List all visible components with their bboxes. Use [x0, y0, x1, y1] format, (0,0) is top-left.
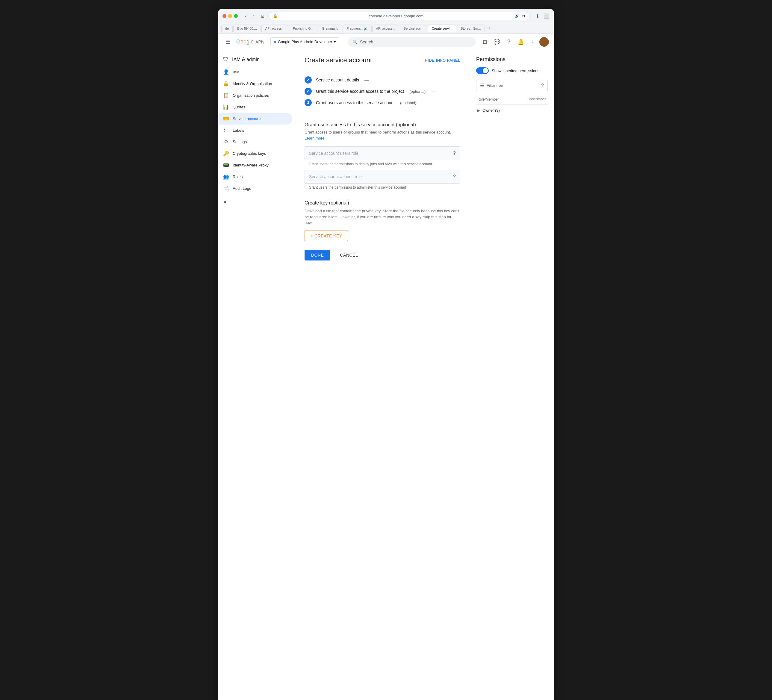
iap-icon: 📟: [223, 162, 229, 168]
done-button[interactable]: DONE: [304, 250, 330, 260]
inherited-permissions-toggle[interactable]: [476, 67, 489, 74]
role-member-label: Role/Member: [478, 97, 499, 101]
sidebar-item-identity[interactable]: 🔒 Identity & Organisation: [218, 78, 292, 90]
sidebar-item-label-audit-logs: Audit Logs: [233, 186, 251, 191]
steps-list: ✓ Service account details — ✓ Grant this…: [304, 76, 460, 106]
service-accounts-icon: 💳: [223, 116, 229, 121]
service-account-admins-role-input[interactable]: [309, 174, 446, 179]
collapse-sidebar-button[interactable]: ◀: [218, 197, 294, 207]
notifications-icon[interactable]: 🔔: [515, 36, 526, 47]
learn-more-link[interactable]: Learn more: [304, 136, 324, 141]
iam-admin-icon: 🛡: [223, 56, 229, 62]
filter-tree-row[interactable]: ☰ ?: [476, 80, 548, 91]
tab-overview-icon[interactable]: ⊡: [259, 13, 266, 20]
service-account-users-role-field[interactable]: ?: [304, 146, 460, 160]
browser-tab-grammarly[interactable]: Grammarly: [318, 25, 342, 32]
browser-tab-api2[interactable]: API access...: [372, 25, 399, 32]
browser-tab-stores[interactable]: Stores - Sm...: [457, 25, 484, 32]
sidebar-item-iap[interactable]: 📟 Identity-Aware Proxy: [218, 159, 292, 171]
sidebar-icon[interactable]: ⬜: [543, 13, 550, 19]
sidebar-title-text: IAM & admin: [232, 57, 260, 62]
browser-tab-create-serv[interactable]: Create servi...: [428, 25, 456, 32]
refresh-icon[interactable]: ↻: [522, 14, 525, 18]
address-bar[interactable]: 🔒 console.developers.google.com 🔊 ↻: [268, 12, 530, 20]
cancel-button[interactable]: CANCEL: [335, 250, 363, 260]
sidebar-item-iam[interactable]: 👤 IAM: [218, 66, 292, 78]
avatar[interactable]: [539, 37, 549, 47]
filter-tree-input[interactable]: [487, 83, 539, 88]
table-header: Role/Member ↑ Inheritance: [476, 95, 548, 105]
admins-role-description: Grant users the permission to administer…: [304, 185, 460, 193]
browser-tab-api1[interactable]: API access...: [262, 25, 288, 32]
step-2-circle: ✓: [304, 88, 312, 95]
browser-tab-bug[interactable]: Bug 59400:...: [233, 25, 260, 32]
share-icon[interactable]: ⬆: [535, 13, 541, 19]
sidebar-item-labels[interactable]: 🏷 Labels: [218, 124, 292, 136]
address-text: console.developers.google.com: [280, 14, 512, 18]
check-icon-1: ✓: [306, 78, 310, 82]
filter-help-icon[interactable]: ?: [541, 83, 544, 88]
sidebar-item-label-labels: Labels: [233, 128, 244, 132]
create-key-button[interactable]: + CREATE KEY: [304, 231, 348, 241]
audit-logs-icon: 📄: [223, 186, 229, 191]
step-3: 3 Grant users access to this service acc…: [304, 99, 460, 106]
sidebar-item-service-accounts[interactable]: 💳 Service accounts: [218, 113, 292, 124]
labels-icon: 🏷: [223, 128, 229, 133]
admins-role-help-icon[interactable]: ?: [453, 174, 456, 179]
sidebar-item-label-settings: Settings: [233, 139, 247, 144]
apps-icon[interactable]: ⊞: [479, 36, 490, 47]
google-apis-logo: Google APIs: [236, 39, 265, 45]
hide-info-panel-button[interactable]: HIDE INFO PANEL: [425, 58, 460, 62]
browser-tabs: de Bug 59400:... API access... Publish t…: [218, 23, 554, 34]
sidebar-item-quotas[interactable]: 📊 Quotas: [218, 101, 292, 113]
forward-button[interactable]: ›: [250, 13, 257, 20]
identity-icon: 🔒: [223, 81, 229, 87]
sidebar-item-label-iam: IAM: [233, 70, 240, 74]
sidebar-title: 🛡 IAM & admin: [218, 53, 294, 66]
org-policies-icon: 📋: [223, 93, 229, 98]
role-member-column-header[interactable]: Role/Member ↑: [478, 97, 502, 102]
maximize-button[interactable]: [234, 14, 238, 18]
hamburger-menu[interactable]: ☰: [223, 36, 233, 47]
create-key-title: Create key (optional): [304, 200, 460, 206]
owner-tree-item[interactable]: ▶ Owner (3): [476, 106, 548, 115]
settings-icon: ⚙: [223, 139, 229, 145]
browser-tab-de[interactable]: de: [221, 25, 233, 32]
sidebar-item-roles[interactable]: 👥 Roles: [218, 171, 292, 183]
step-2-dash: —: [431, 89, 435, 94]
step-3-optional: (optional): [400, 101, 416, 105]
roles-icon: 👥: [223, 174, 229, 180]
more-icon[interactable]: ⋮: [527, 36, 538, 47]
back-button[interactable]: ‹: [242, 13, 249, 20]
project-selector[interactable]: Google Play Android Developer ▾: [270, 38, 339, 46]
sidebar-item-crypto-keys[interactable]: 🔑 Cryptographic keys: [218, 147, 292, 159]
project-name: Google Play Android Developer: [278, 39, 332, 44]
service-account-admins-role-field[interactable]: ?: [304, 170, 460, 183]
new-tab-button[interactable]: +: [486, 23, 494, 33]
minimize-button[interactable]: [228, 14, 232, 18]
sidebar-item-label-iap: Identity-Aware Proxy: [233, 163, 268, 167]
content-area: Create service account HIDE INFO PANEL ✓…: [295, 50, 470, 700]
help-icon[interactable]: ?: [504, 36, 514, 47]
browser-tab-service-acc[interactable]: Service acc...: [400, 25, 427, 32]
inherited-permissions-label: Show inherited permissions: [492, 69, 539, 73]
close-button[interactable]: [222, 14, 226, 18]
browser-tab-publish[interactable]: Publish to G...: [289, 25, 317, 32]
sidebar-item-settings[interactable]: ⚙ Settings: [218, 136, 292, 147]
search-placeholder: Search: [360, 39, 373, 44]
browser-tab-fragmen[interactable]: Fragmen... 🔊: [343, 25, 371, 32]
tree-expand-icon: ▶: [478, 108, 480, 113]
create-key-section: Create key (optional) Download a file th…: [304, 200, 460, 241]
sidebar-item-audit-logs[interactable]: 📄 Audit Logs: [218, 183, 292, 194]
users-role-help-icon[interactable]: ?: [453, 150, 456, 156]
chat-icon[interactable]: 💬: [491, 36, 502, 47]
sidebar-item-label-service-accounts: Service accounts: [233, 116, 262, 121]
sidebar-item-org-policies[interactable]: 📋 Organisation policies: [218, 90, 292, 101]
search-bar[interactable]: 🔍 Search: [348, 37, 476, 47]
permissions-panel: Permissions Show inherited permissions ☰…: [470, 50, 554, 700]
users-role-description: Grant users the permissions to deploy jo…: [304, 161, 460, 170]
step-1-dash: —: [365, 78, 369, 82]
check-icon-2: ✓: [306, 89, 310, 94]
service-account-users-role-input[interactable]: [309, 151, 446, 156]
page-title: Create service account: [304, 56, 372, 64]
